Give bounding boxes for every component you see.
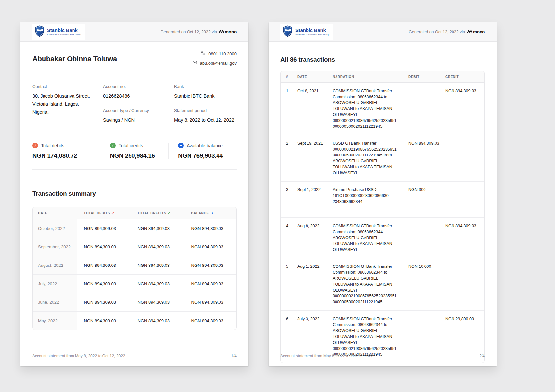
summary-credits: NGN 894,309.03 bbox=[131, 238, 185, 256]
page-header: Stanbic Bank A member of Standard Bank G… bbox=[269, 22, 497, 42]
generated-text: Generated on Oct 12, 2022 via bbox=[161, 30, 217, 34]
summary-debits: NGN 894,309.03 bbox=[77, 256, 131, 275]
tx-col-debit: DEBIT bbox=[403, 71, 440, 83]
transaction-row: 5 Aug 1, 2022 COMMISSION GTBank Transfer… bbox=[281, 258, 484, 311]
summary-debits: NGN 894,309.03 bbox=[77, 238, 131, 256]
summary-balance: NGN 894,309.03 bbox=[185, 219, 236, 238]
summary-date: August, 2022 bbox=[33, 256, 77, 275]
phone-number: 0801 110 2000 bbox=[208, 51, 237, 56]
summary-row: August, 2022 NGN 894,309.03 NGN 894,309.… bbox=[33, 256, 236, 275]
generated-info: Generated on Oct 12, 2022 via mono bbox=[161, 29, 237, 34]
tx-col-narration: NARRATION bbox=[327, 71, 403, 83]
contact-label: Contact bbox=[32, 84, 95, 89]
summary-credits: NGN 894,309.03 bbox=[131, 256, 185, 275]
brand-name: Stanbic Bank bbox=[295, 28, 329, 33]
total-debits-value: NGN 174,080.72 bbox=[32, 152, 97, 159]
summary-credits: NGN 894,309.03 bbox=[131, 219, 185, 238]
contact-value: 30, Jacob Olusanya Street, Victoria Isla… bbox=[32, 92, 95, 116]
tx-narration: COMMISSION GTBank Transfer Commission: 0… bbox=[327, 258, 403, 311]
total-debits-label: Total debits bbox=[41, 143, 64, 148]
tx-date: Sept 1, 2022 bbox=[292, 182, 327, 218]
tx-credit: NGN 894,309.03 bbox=[440, 218, 484, 258]
summary-col-credits: TOTAL CREDITS↙ bbox=[131, 207, 185, 219]
brand-text: Stanbic Bank A member of Standard Bank G… bbox=[295, 28, 329, 36]
bank-label: Bank bbox=[174, 84, 237, 89]
tx-date: Sept 19, 2021 bbox=[292, 135, 327, 182]
summary-col-debits: TOTAL DEBITS↗ bbox=[77, 207, 131, 219]
tx-col-num: # bbox=[281, 71, 292, 83]
summary-balance: NGN 894,309.03 bbox=[185, 275, 236, 293]
transactions-title: All 86 transactions bbox=[280, 56, 485, 63]
tx-narration: COMMISSION GTBank Transfer Commission: 0… bbox=[327, 83, 403, 135]
credit-arrow-icon bbox=[110, 143, 116, 148]
summary-header-row: DATE TOTAL DEBITS↗ TOTAL CREDITS↙ BALANC… bbox=[33, 207, 236, 219]
summary-row: September, 2022 NGN 894,309.03 NGN 894,3… bbox=[33, 238, 236, 256]
tx-narration: COMMISSION GTBank Transfer Commission: 0… bbox=[327, 218, 403, 258]
summary-row: July, 2022 NGN 894,309.03 NGN 894,309.03… bbox=[33, 275, 236, 293]
mono-wordmark: mono bbox=[473, 29, 485, 34]
brand-tagline: A member of Standard Bank Group bbox=[47, 34, 81, 36]
transaction-row: 4 Aug 8, 2022 COMMISSION GTBank Transfer… bbox=[281, 218, 484, 258]
bank-block: Bank Stanbic IBTC Bank bbox=[174, 84, 237, 100]
tx-num: 3 bbox=[281, 182, 292, 218]
contact-block: Contact 30, Jacob Olusanya Street, Victo… bbox=[32, 84, 95, 124]
summary-title: Transaction summary bbox=[32, 190, 237, 197]
email-row: abu.obi@email.gov bbox=[192, 60, 237, 66]
generated-info: Generated on Oct 12, 2022 via mono bbox=[409, 29, 485, 34]
tx-narration: Airtime Purchase USSD-101CT0000000003062… bbox=[327, 182, 403, 218]
transactions-table: # DATE NARRATION DEBIT CREDIT 1 Oct 8, 2… bbox=[281, 71, 484, 363]
page-indicator: 2/4 bbox=[479, 354, 485, 358]
mono-logo: mono bbox=[467, 29, 485, 34]
credits-header-arrow-icon: ↙ bbox=[167, 211, 171, 215]
tx-debit bbox=[403, 218, 440, 258]
account-number-block: Account no. 0126628486 bbox=[103, 84, 174, 100]
account-number-value: 0126628486 bbox=[103, 92, 174, 100]
debits-header-arrow-icon: ↗ bbox=[111, 211, 114, 215]
summary-row: June, 2022 NGN 894,309.03 NGN 894,309.03… bbox=[33, 293, 236, 312]
generated-text: Generated on Oct 12, 2022 via bbox=[409, 30, 465, 34]
email-address: abu.obi@email.gov bbox=[200, 61, 237, 66]
page-header: Stanbic Bank A member of Standard Bank G… bbox=[20, 22, 248, 42]
tx-num: 2 bbox=[281, 135, 292, 182]
statement-period-block: Statement period May 8, 2022 to Oct 12, … bbox=[174, 108, 237, 124]
account-number-label: Account no. bbox=[103, 84, 174, 89]
account-info-grid: Contact 30, Jacob Olusanya Street, Victo… bbox=[32, 76, 237, 134]
summary-date: September, 2022 bbox=[33, 238, 77, 256]
mono-zigzag-icon bbox=[219, 30, 224, 34]
summary-table: DATE TOTAL DEBITS↗ TOTAL CREDITS↙ BALANC… bbox=[33, 207, 236, 330]
brand-name: Stanbic Bank bbox=[47, 28, 81, 33]
tx-debit bbox=[403, 83, 440, 135]
tx-credit bbox=[440, 182, 484, 218]
available-balance-card: Available balance NGN 769,903.44 bbox=[168, 143, 237, 159]
tx-num: 4 bbox=[281, 218, 292, 258]
summary-debits: NGN 894,309.03 bbox=[77, 275, 131, 293]
tx-debit: NGN 300 bbox=[403, 182, 440, 218]
mono-wordmark: mono bbox=[225, 29, 237, 34]
account-type-block: Account type / Currency Savings / NGN bbox=[103, 108, 174, 124]
summary-debits: NGN 894,309.03 bbox=[77, 293, 131, 312]
account-type-label: Account type / Currency bbox=[103, 108, 174, 113]
mono-zigzag-icon bbox=[467, 30, 472, 34]
tx-credit bbox=[440, 135, 484, 182]
page-footer: Account statement from May 8, 2022 to Oc… bbox=[280, 354, 485, 358]
summary-date: June, 2022 bbox=[33, 293, 77, 312]
page-footer: Account statement from May 8, 2022 to Oc… bbox=[32, 354, 237, 358]
brand-tagline: A member of Standard Bank Group bbox=[295, 34, 329, 36]
available-balance-label: Available balance bbox=[187, 143, 223, 148]
stanbic-logo: Stanbic Bank A member of Standard Bank G… bbox=[32, 24, 85, 40]
summary-col-date: DATE bbox=[33, 207, 77, 219]
tx-debit: NGN 894,309.03 bbox=[403, 135, 440, 182]
transactions-table-card: # DATE NARRATION DEBIT CREDIT 1 Oct 8, 2… bbox=[280, 71, 485, 363]
footer-caption: Account statement from May 8, 2022 to Oc… bbox=[280, 354, 373, 358]
transaction-row: 3 Sept 1, 2022 Airtime Purchase USSD-101… bbox=[281, 182, 484, 218]
summary-row: October, 2022 NGN 894,309.03 NGN 894,309… bbox=[33, 219, 236, 238]
summary-debits: NGN 894,309.03 bbox=[77, 312, 131, 330]
totals-section: Total debits NGN 174,080.72 Total credit… bbox=[32, 134, 237, 170]
transaction-row: 1 Oct 8, 2021 COMMISSION GTBank Transfer… bbox=[281, 83, 484, 135]
tx-narration: USSD GTBank Transfer 0000000021908676562… bbox=[327, 135, 403, 182]
footer-caption: Account statement from May 8, 2022 to Oc… bbox=[32, 354, 125, 358]
tx-credit: NGN 894,309.03 bbox=[440, 83, 484, 135]
summary-table-card: DATE TOTAL DEBITS↗ TOTAL CREDITS↙ BALANC… bbox=[32, 207, 237, 330]
summary-balance: NGN 894,309.03 bbox=[185, 312, 236, 330]
summary-credits: NGN 894,309.03 bbox=[131, 312, 185, 330]
